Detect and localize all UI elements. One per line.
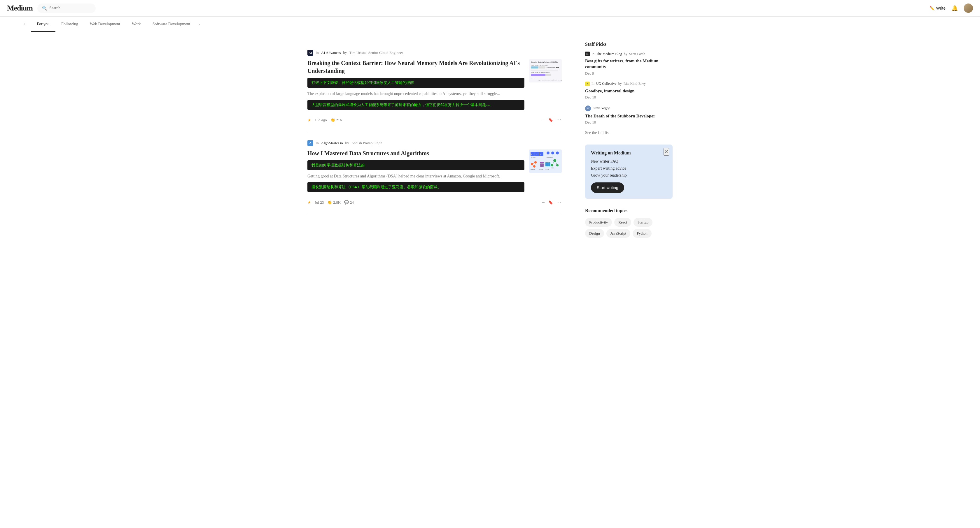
staff-pick-date: Dec 10 (585, 95, 673, 100)
svg-rect-9 (531, 74, 546, 76)
staff-pick-pub-name[interactable]: The Medium Blog (596, 52, 622, 56)
svg-text:Extending Context Windows with: Extending Context Windows with NAMMs (531, 61, 558, 63)
new-writer-faq-link[interactable]: New writer FAQ (591, 159, 618, 163)
list-item: New writer FAQ (591, 159, 667, 164)
write-label: Write (936, 6, 946, 11)
tab-following[interactable]: Following (56, 17, 84, 32)
mute-button[interactable]: − (542, 199, 545, 206)
staff-pick-date: Dec 10 (585, 120, 673, 125)
time-ago: 13h ago (315, 118, 327, 122)
article-description-zh: 大型语言模型的爆炸式增长为人工智能系统带来了前所未有的能力，但它们仍然在努力解决… (307, 100, 524, 110)
article-description-zh: 擅长数据结构和算法 (DSA) 帮助我顺利通过了亚马逊、谷歌和微软的面试。 (307, 182, 524, 192)
svg-point-23 (551, 152, 554, 154)
ux-collective-icon: ✦ (585, 82, 590, 86)
list-item: Expert writing advice (591, 166, 667, 171)
author-name[interactable]: Ashish Pratap Singh (352, 141, 382, 146)
publication-name[interactable]: AlgoMaster.io (321, 141, 343, 146)
more-button[interactable]: ··· (557, 200, 562, 205)
feed: AI In AI Advances by Tim Urista | Senior… (307, 42, 562, 247)
bookmark-button[interactable]: 🔖 (548, 200, 553, 205)
svg-text:NAMM-ENABLED TRANSFORMER: NAMM-ENABLED TRANSFORMER (531, 72, 549, 73)
svg-point-30 (551, 164, 553, 166)
topic-pill[interactable]: Startup (633, 218, 653, 227)
close-button[interactable]: ✕ (663, 148, 669, 155)
article-meta: AI In AI Advances by Tim Urista | Senior… (307, 50, 562, 55)
avatar[interactable] (964, 3, 973, 13)
publication-name[interactable]: AI Advances (321, 51, 341, 55)
topics-grid: Productivity React Startup Design JavaSc… (585, 218, 673, 238)
notification-bell-icon[interactable]: 🔔 (951, 5, 958, 11)
in-label: In (316, 51, 319, 55)
in-label: In (592, 52, 594, 56)
staff-pick-author[interactable]: Scott Lamb (629, 52, 646, 56)
add-topic-button[interactable]: + (23, 17, 31, 32)
write-pencil-icon: ✏️ (929, 6, 934, 11)
nav-chevron-right[interactable]: › (196, 17, 202, 32)
publication-icon: AI (307, 50, 313, 55)
staff-pick-item: SY Steve Yegge The Death of the Stubborn… (585, 105, 673, 125)
grow-readership-link[interactable]: Grow your readership (591, 173, 627, 178)
staff-pick-author-name[interactable]: Steve Yegge (593, 106, 610, 111)
staff-picks-title: Staff Picks (585, 42, 673, 47)
in-label: In (316, 141, 319, 146)
main-layout: AI In AI Advances by Tim Urista | Senior… (301, 32, 679, 257)
nav-tabs: + For you Following Web Development Work… (0, 17, 980, 32)
topic-pill[interactable]: Productivity (585, 218, 612, 227)
article-content: How I Mastered Data Structures and Algor… (307, 149, 562, 195)
article-text: How I Mastered Data Structures and Algor… (307, 149, 524, 195)
svg-text:STACK: STACK (539, 169, 543, 170)
tab-for-you[interactable]: For you (31, 17, 56, 32)
svg-text:QUEUE: QUEUE (545, 169, 549, 170)
svg-rect-44 (546, 162, 547, 166)
tab-work[interactable]: Work (126, 17, 147, 32)
staff-pick-date: Dec 9 (585, 71, 673, 76)
see-full-list-link[interactable]: See the full list (585, 130, 673, 135)
expert-writing-advice-link[interactable]: Expert writing advice (591, 166, 626, 170)
search-icon: 🔍 (42, 6, 47, 11)
svg-text:Context Window: ◼◼◼◼: Context Window: ◼◼◼◼ (547, 67, 559, 68)
writing-on-medium-card: ✕ Writing on Medium New writer FAQ Exper… (585, 144, 673, 199)
medium-logo[interactable]: Medium (7, 4, 33, 13)
article-actions: ★ 13h ago 👏 216 − 🔖 ··· (307, 117, 562, 124)
article-thumbnail: Extending Context Windows with NAMMs TRA… (529, 59, 562, 82)
tab-software-development[interactable]: Software Development (147, 17, 196, 32)
article-title[interactable]: Breaking the Context Barrier: How Neural… (307, 59, 524, 75)
svg-text:TRADITIONAL TRANSFORMER: TRADITIONAL TRANSFORMER (531, 64, 548, 66)
svg-text:T: T (540, 154, 541, 155)
topic-pill[interactable]: Python (633, 229, 652, 238)
more-button[interactable]: ··· (557, 117, 562, 123)
article-thumbnail: B Y T BYTREE LINKED LIST (529, 149, 562, 173)
clap-action[interactable]: 👏 216 (331, 118, 342, 122)
article-title[interactable]: How I Mastered Data Structures and Algor… (307, 149, 524, 157)
topic-pill[interactable]: React (614, 218, 631, 227)
staff-pick-author[interactable]: Rita Kind-Envy (624, 82, 646, 86)
author-name[interactable]: Tim Urista | Senior Cloud Engineer (349, 51, 403, 55)
staff-pick-item: M In The Medium Blog by Scott Lamb Best … (585, 52, 673, 76)
staff-pick-title[interactable]: Best gifts for writers, from the Medium … (585, 58, 673, 70)
mute-button[interactable]: − (542, 117, 545, 124)
staff-pick-pub-name[interactable]: UX Collective (596, 82, 617, 86)
clap-count: 216 (336, 118, 342, 122)
tab-web-development[interactable]: Web Development (84, 17, 126, 32)
recommended-topics-section: Recommended topics Productivity React St… (585, 208, 673, 238)
bookmark-button[interactable]: 🔖 (548, 118, 553, 122)
start-writing-button[interactable]: Start writing (591, 182, 624, 193)
write-button[interactable]: ✏️ Write (929, 6, 946, 11)
publication-icon: A (307, 140, 313, 146)
staff-pick-title[interactable]: The Death of the Stubborn Developer (585, 113, 673, 119)
topic-pill[interactable]: Design (585, 229, 604, 238)
article-description: The explosion of large language models h… (307, 90, 524, 97)
article-meta: A In AlgoMaster.io by Ashish Pratap Sing… (307, 140, 562, 146)
search-bar[interactable]: 🔍 Search (37, 3, 95, 13)
topic-pill[interactable]: JavaScript (606, 229, 630, 238)
by-label: by (618, 82, 622, 86)
header-right: ✏️ Write 🔔 (929, 3, 973, 13)
clap-action[interactable]: 👏 2.8K (327, 200, 340, 205)
svg-rect-40 (540, 162, 544, 163)
comment-action[interactable]: 💬 24 (344, 200, 354, 205)
article-text: Breaking the Context Barrier: How Neural… (307, 59, 524, 113)
time-ago: Jul 23 (315, 200, 324, 205)
staff-pick-title[interactable]: Goodbye, immortal design (585, 88, 673, 94)
svg-point-31 (556, 164, 558, 166)
article-content: Breaking the Context Barrier: How Neural… (307, 59, 562, 113)
